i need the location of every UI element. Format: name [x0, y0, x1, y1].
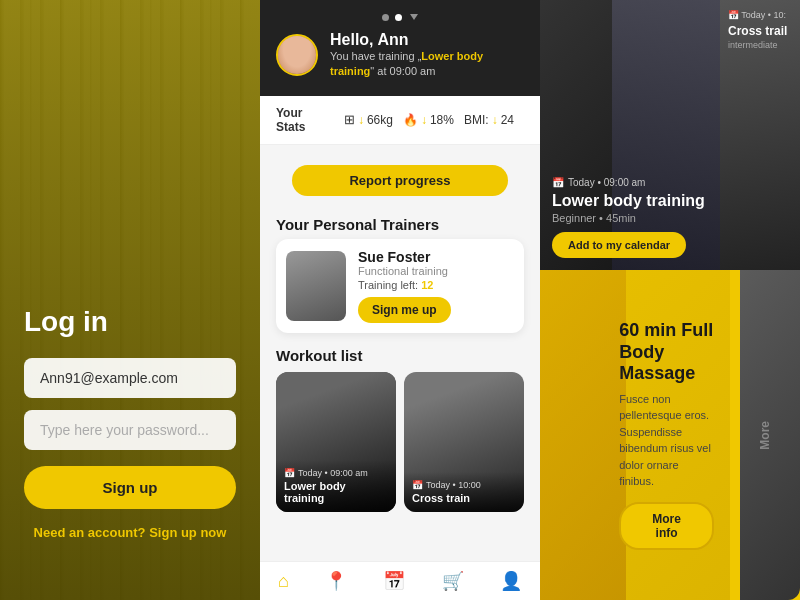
trainer-photo: [286, 251, 346, 321]
workout-section-title: Workout list: [260, 343, 540, 372]
header-dots: [276, 14, 524, 21]
nav-calendar[interactable]: 📅: [383, 570, 405, 592]
massage-card: 60 min Full Body Massage Fusce non pelle…: [540, 270, 730, 600]
workout-date-1: 📅 Today • 09:00 am: [284, 468, 388, 478]
nav-profile[interactable]: 👤: [500, 570, 522, 592]
workout-grid: 📅 Today • 09:00 am Lower body training 📅…: [260, 372, 540, 512]
left-panel: Log in Sign up Need an account? Sign up …: [0, 0, 260, 600]
trainer-info: Sue Foster Functional training Training …: [358, 249, 514, 323]
middle-panel: Hello, Ann You have training „Lower body…: [260, 0, 540, 600]
lower-body-date: 📅 Today • 09:00 am: [552, 177, 708, 188]
avatar: [276, 34, 318, 76]
more-label: More: [758, 421, 772, 450]
dropdown-arrow: [410, 14, 418, 20]
weight-value: 66kg: [367, 113, 393, 127]
profile-icon: 👤: [500, 570, 522, 592]
cross-trail-title: Cross trail: [728, 24, 792, 38]
bmi-arrow: ↓: [492, 113, 498, 127]
workout-overlay-1: 📅 Today • 09:00 am Lower body training: [276, 460, 396, 512]
dot-1: [382, 14, 389, 21]
workout-name-1: Lower body training: [284, 480, 388, 504]
calendar-icon: 📅: [383, 570, 405, 592]
trainer-specialty: Functional training: [358, 265, 514, 277]
cal-icon-lb: 📅: [552, 177, 564, 188]
middle-scroll: Report progress Your Personal Trainers S…: [260, 145, 540, 561]
trainer-name: Sue Foster: [358, 249, 514, 265]
workout-card-1[interactable]: 📅 Today • 09:00 am Lower body training: [276, 372, 396, 512]
weight-stat: ⊞ ↓ 66kg: [344, 112, 393, 127]
sign-me-up-button[interactable]: Sign me up: [358, 297, 451, 323]
cross-trail-date: 📅 Today • 10:: [728, 10, 792, 20]
nav-cart[interactable]: 🛒: [442, 570, 464, 592]
dot-2: [395, 14, 402, 21]
home-icon: ⌂: [278, 571, 289, 592]
cal-icon-1: 📅: [284, 468, 295, 478]
fat-value: 18%: [430, 113, 454, 127]
nav-home[interactable]: ⌂: [278, 571, 289, 592]
right-top: 📅 Today • 09:00 am Lower body training B…: [540, 0, 800, 270]
avatar-face: [278, 36, 316, 74]
workout-date-2: 📅 Today • 10:00: [412, 480, 516, 490]
lower-body-card: 📅 Today • 09:00 am Lower body training B…: [540, 0, 720, 270]
signup-button[interactable]: Sign up: [24, 466, 236, 509]
header-text: Hello, Ann You have training „Lower body…: [330, 31, 524, 80]
workout-name-2: Cross train: [412, 492, 516, 504]
weight-arrow: ↓: [358, 113, 364, 127]
bmi-value: 24: [501, 113, 514, 127]
fat-arrow: ↓: [421, 113, 427, 127]
password-field[interactable]: [24, 410, 236, 450]
add-to-calendar-button[interactable]: Add to my calendar: [552, 232, 686, 258]
massage-person-img: [540, 270, 626, 600]
scale-icon: ⊞: [344, 112, 355, 127]
training-left-count: 12: [421, 279, 433, 291]
workout-card-2[interactable]: 📅 Today • 10:00 Cross train: [404, 372, 524, 512]
lower-body-content: 📅 Today • 09:00 am Lower body training B…: [552, 177, 708, 258]
location-icon: 📍: [325, 570, 347, 592]
signup-now-link[interactable]: Sign up now: [149, 525, 226, 540]
trainer-card: Sue Foster Functional training Training …: [276, 239, 524, 333]
fire-icon: 🔥: [403, 113, 418, 127]
more-info-button[interactable]: More info: [619, 502, 714, 550]
cross-trail-card: 📅 Today • 10: Cross trail intermediate: [720, 0, 800, 270]
spacer: [260, 512, 540, 528]
bmi-stat: BMI: ↓ 24: [464, 113, 514, 127]
need-account-text: Need an account? Sign up now: [34, 525, 227, 540]
cal-icon-ct: 📅: [728, 10, 739, 20]
stats-title: Your Stats: [276, 106, 334, 134]
workout-overlay-2: 📅 Today • 10:00 Cross train: [404, 472, 524, 512]
app-header: Hello, Ann You have training „Lower body…: [260, 0, 540, 96]
bmi-label: BMI:: [464, 113, 489, 127]
email-field[interactable]: [24, 358, 236, 398]
greeting: Hello, Ann: [330, 31, 524, 49]
login-form-container: Log in Sign up Need an account? Sign up …: [0, 0, 260, 600]
stats-bar: Your Stats ⊞ ↓ 66kg 🔥 ↓ 18% BMI: ↓ 24: [260, 96, 540, 145]
trainers-section-title: Your Personal Trainers: [260, 210, 540, 239]
login-title: Log in: [24, 306, 108, 338]
training-left: Training left: 12: [358, 279, 514, 291]
header-row: Hello, Ann You have training „Lower body…: [276, 31, 524, 80]
lower-body-sub: Beginner • 45min: [552, 212, 708, 224]
header-sub: You have training „Lower body training" …: [330, 49, 524, 80]
massage-desc: Fusce non pellentesque eros. Suspendisse…: [619, 391, 714, 490]
bottom-nav: ⌂ 📍 📅 🛒 👤: [260, 561, 540, 600]
fat-stat: 🔥 ↓ 18%: [403, 113, 454, 127]
report-btn-container: Report progress: [260, 145, 540, 210]
trainer-image: [286, 251, 346, 321]
cross-trail-content: 📅 Today • 10: Cross trail intermediate: [728, 10, 792, 50]
cross-trail-sub: intermediate: [728, 40, 792, 50]
nav-location[interactable]: 📍: [325, 570, 347, 592]
massage-content: 60 min Full Body Massage Fusce non pelle…: [619, 320, 714, 550]
massage-title: 60 min Full Body Massage: [619, 320, 714, 385]
lower-body-title: Lower body training: [552, 192, 708, 210]
report-progress-button[interactable]: Report progress: [292, 165, 508, 196]
cart-icon: 🛒: [442, 570, 464, 592]
cal-icon-2: 📅: [412, 480, 423, 490]
